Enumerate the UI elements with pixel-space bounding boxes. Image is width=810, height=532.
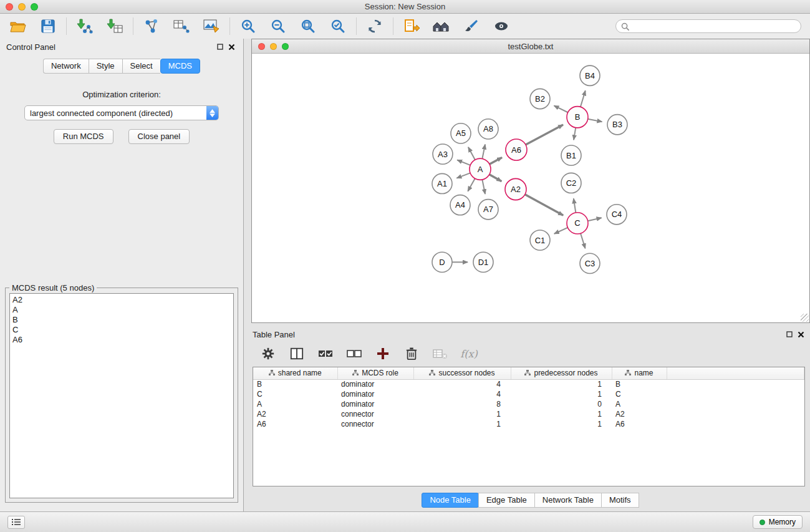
tab-mcds[interactable]: MCDS (160, 59, 200, 74)
column-header-name[interactable]: name (612, 367, 667, 379)
graph-edge-A-A1[interactable] (456, 173, 470, 178)
task-history-button[interactable] (7, 516, 25, 529)
close-window-button[interactable] (6, 3, 13, 11)
deselect-all-button[interactable] (346, 346, 362, 362)
export-image-button[interactable] (202, 17, 221, 36)
column-header-shared-name[interactable]: shared name (253, 367, 337, 379)
tab-edge-table[interactable]: Edge Table (478, 493, 535, 508)
table-row[interactable]: Cdominator41C (253, 389, 804, 399)
graph-edge-A-A6[interactable] (489, 157, 502, 164)
network-zoom-button[interactable] (282, 43, 289, 50)
graph-edge-C-C2[interactable] (574, 198, 576, 213)
graph-edge-B-B2[interactable] (554, 105, 568, 112)
search-input[interactable] (632, 22, 796, 31)
new-network-table-button[interactable] (172, 17, 191, 36)
tab-style[interactable]: Style (89, 59, 122, 74)
graph-node-B2[interactable]: B2 (530, 89, 550, 109)
delete-column-button[interactable] (403, 346, 420, 362)
close-panel-icon-button[interactable] (226, 42, 237, 52)
graph-node-C4[interactable]: C4 (607, 205, 627, 225)
graph-node-C[interactable]: C (567, 213, 588, 234)
tab-network[interactable]: Network (43, 59, 89, 74)
graph-node-B1[interactable]: B1 (561, 145, 581, 165)
network-minimize-button[interactable] (270, 43, 277, 50)
zoom-window-button[interactable] (31, 3, 38, 11)
show-hide-button[interactable] (492, 17, 511, 36)
graph-node-C2[interactable]: C2 (561, 173, 581, 193)
network-canvas[interactable]: B4B2BB3A5A8A6B1A3AC2A1A2A4A7C4CC1C3DD1 (252, 54, 809, 322)
graph-edge-A6-B[interactable] (526, 125, 563, 145)
graph-node-B3[interactable]: B3 (607, 115, 627, 135)
mcds-result-item[interactable]: B (10, 315, 233, 325)
tab-node-table[interactable]: Node Table (422, 493, 479, 508)
graph-node-A7[interactable]: A7 (478, 200, 498, 220)
close-panel-button[interactable]: Close panel (128, 129, 190, 144)
graph-edge-A-A5[interactable] (468, 147, 475, 160)
graph-edge-C-C4[interactable] (588, 218, 602, 221)
graph-node-D1[interactable]: D1 (473, 252, 493, 272)
style-brush-button[interactable] (462, 17, 481, 36)
graph-edge-A-A2[interactable] (489, 175, 502, 181)
window-resize-grip[interactable] (801, 314, 809, 322)
graph-node-A1[interactable]: A1 (432, 173, 452, 193)
column-header-mcds-role[interactable]: MCDS role (337, 367, 413, 379)
graph-edge-B-B1[interactable] (574, 128, 576, 140)
table-row[interactable]: A6connector11A6 (253, 419, 804, 429)
memory-button[interactable]: Memory (753, 515, 803, 529)
zoom-out-button[interactable] (269, 17, 287, 36)
mcds-result-item[interactable]: C (10, 325, 233, 335)
table-row[interactable]: A2connector11A2 (253, 409, 804, 419)
function-builder-button[interactable]: f(x) (461, 346, 477, 362)
node-table-container[interactable]: shared name MCDS role successor nodes pr… (253, 367, 805, 486)
graph-node-B4[interactable]: B4 (580, 65, 600, 85)
import-network-file-button[interactable] (75, 17, 94, 36)
delete-table-button[interactable] (432, 346, 448, 362)
graph-node-A3[interactable]: A3 (433, 144, 453, 164)
zoom-fit-button[interactable] (299, 17, 317, 36)
graph-edge-B-B3[interactable] (588, 119, 602, 122)
graph-node-A2[interactable]: A2 (505, 178, 526, 200)
graph-node-C1[interactable]: C1 (530, 230, 550, 250)
graph-edge-A-A7[interactable] (482, 180, 485, 194)
table-row[interactable]: Adominator80A (253, 399, 804, 409)
graph-edge-B-B4[interactable] (581, 90, 586, 107)
graph-node-A4[interactable]: A4 (450, 195, 470, 215)
tab-motifs[interactable]: Motifs (601, 493, 639, 508)
import-table-file-button[interactable] (105, 17, 124, 36)
graph-edge-A-A3[interactable] (457, 160, 470, 165)
apply-layout-button[interactable] (365, 17, 384, 36)
zoom-in-button[interactable] (239, 17, 258, 36)
mcds-result-item[interactable]: A (10, 305, 233, 315)
graph-node-A6[interactable]: A6 (506, 139, 527, 160)
home-networks-button[interactable] (432, 17, 451, 36)
show-columns-button[interactable] (289, 346, 305, 362)
tab-network-table[interactable]: Network Table (534, 493, 602, 508)
network-window-titlebar[interactable]: testGlobe.txt (252, 39, 809, 54)
new-network-button[interactable] (142, 17, 161, 36)
float-panel-button[interactable] (215, 42, 226, 52)
network-close-button[interactable] (258, 43, 265, 50)
table-row[interactable]: Bdominator41B (253, 379, 804, 389)
graph-node-A5[interactable]: A5 (451, 123, 471, 143)
column-header-successor-nodes[interactable]: successor nodes (413, 367, 511, 379)
graph-node-B[interactable]: B (567, 107, 588, 128)
save-session-button[interactable] (39, 17, 57, 36)
optimization-criterion-dropdown[interactable]: largest connected component (directed) (24, 105, 219, 120)
graph-node-A[interactable]: A (470, 158, 491, 180)
zoom-selected-button[interactable] (329, 17, 347, 36)
graph-node-D[interactable]: D (432, 252, 452, 272)
run-mcds-button[interactable]: Run MCDS (54, 129, 113, 144)
mcds-result-item[interactable]: A6 (10, 335, 233, 345)
graph-edge-A-A8[interactable] (482, 145, 485, 159)
mcds-result-item[interactable]: A2 (10, 295, 233, 305)
column-header-predecessor-nodes[interactable]: predecessor nodes (511, 367, 612, 379)
graph-edge-C-C3[interactable] (581, 233, 585, 248)
open-session-button[interactable] (9, 17, 27, 36)
graph-node-A8[interactable]: A8 (478, 119, 498, 139)
mcds-result-list[interactable]: A2ABCA6 (9, 293, 234, 498)
graph-edge-C-C1[interactable] (554, 228, 568, 234)
graph-node-C3[interactable]: C3 (580, 253, 600, 273)
graph-edge-A-A4[interactable] (468, 178, 475, 191)
select-all-button[interactable] (317, 346, 334, 362)
tab-select[interactable]: Select (122, 59, 160, 74)
